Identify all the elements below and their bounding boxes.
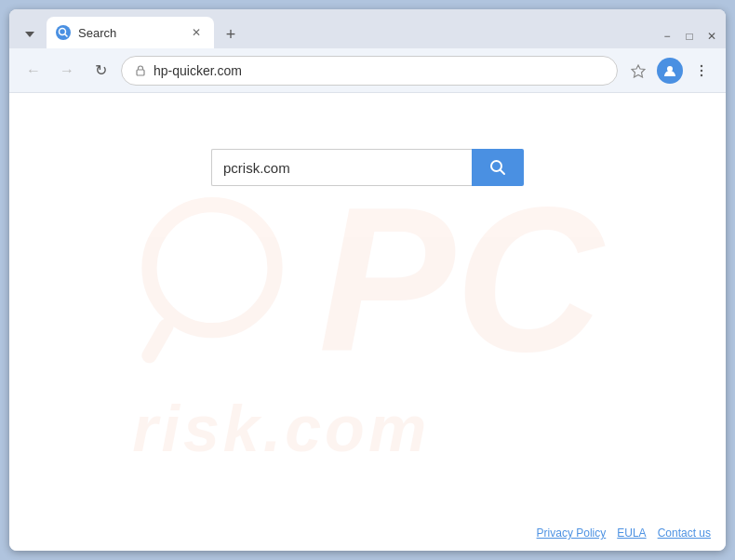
window-close-button[interactable]: ✕ — [705, 30, 718, 43]
nav-bar: ← → ↻ hp-quicker.com — [9, 48, 726, 93]
nav-right-icons — [625, 58, 715, 84]
bookmark-button[interactable] — [625, 58, 651, 84]
privacy-policy-link[interactable]: Privacy Policy — [537, 527, 607, 540]
address-bar[interactable]: hp-quicker.com — [121, 56, 618, 86]
tab-favicon — [56, 25, 71, 40]
eula-link[interactable]: EULA — [617, 527, 646, 540]
forward-button[interactable]: → — [54, 58, 80, 84]
watermark-bottom-text: risk.com — [132, 392, 430, 466]
svg-line-12 — [501, 170, 505, 175]
svg-line-2 — [65, 34, 68, 37]
tab-dropdown-button[interactable] — [17, 20, 43, 48]
watermark: PC risk.com — [46, 139, 690, 505]
window-controls: − □ ✕ — [661, 30, 718, 48]
svg-point-7 — [701, 69, 702, 71]
svg-point-6 — [701, 64, 702, 66]
page-content: PC risk.com Privacy Policy EULA Contact … — [9, 93, 726, 551]
security-icon — [133, 63, 148, 78]
back-button[interactable]: ← — [20, 58, 47, 84]
watermark-pc-text: PC — [318, 178, 603, 382]
maximize-button[interactable]: □ — [683, 30, 696, 43]
address-text: hp-quicker.com — [154, 63, 606, 78]
svg-point-9 — [149, 205, 274, 330]
tab-title: Search — [78, 26, 180, 40]
watermark-magnifier-icon — [132, 196, 300, 364]
tab-close-button[interactable]: ✕ — [188, 24, 205, 41]
title-bar: Search ✕ + − □ ✕ — [9, 9, 726, 48]
footer: Privacy Policy EULA Contact us — [537, 527, 711, 540]
svg-marker-0 — [25, 32, 34, 37]
svg-point-8 — [701, 73, 702, 75]
active-tab[interactable]: Search ✕ — [47, 17, 214, 48]
new-tab-button[interactable]: + — [218, 20, 244, 48]
svg-rect-3 — [137, 70, 144, 75]
profile-button[interactable] — [657, 58, 683, 84]
contact-link[interactable]: Contact us — [658, 527, 711, 540]
menu-button[interactable] — [688, 58, 715, 84]
search-button[interactable] — [472, 149, 524, 186]
browser-window: Search ✕ + − □ ✕ ← → ↻ hp-quicker.com — [9, 9, 726, 551]
search-input[interactable] — [211, 149, 472, 186]
svg-marker-4 — [632, 65, 645, 77]
svg-line-10 — [149, 327, 166, 356]
search-icon — [489, 159, 506, 176]
svg-point-1 — [60, 29, 66, 35]
search-container — [211, 149, 524, 186]
reload-button[interactable]: ↻ — [87, 58, 114, 84]
tab-area: Search ✕ + — [17, 17, 649, 48]
minimize-button[interactable]: − — [661, 30, 674, 43]
